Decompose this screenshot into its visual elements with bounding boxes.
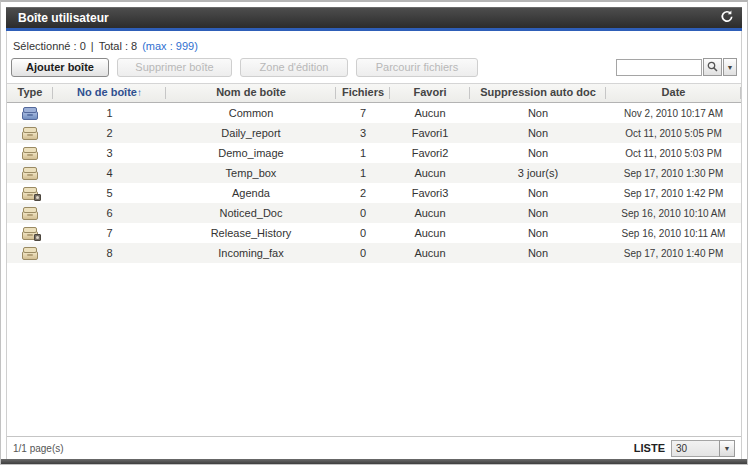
search-group: ▼	[616, 58, 737, 76]
box-icon	[22, 147, 39, 160]
table-row[interactable]: 7Release_History0AucunNonSep 16, 2010 10…	[7, 223, 741, 243]
window-bottom-edge	[1, 459, 747, 464]
toolbar: Ajouter boîte Supprimer boîte Zone d'édi…	[7, 57, 741, 83]
page-info: 1/1 page(s)	[13, 443, 64, 454]
auto-delete-cell: Non	[470, 247, 606, 259]
column-header-box-name[interactable]: Nom de boîte	[166, 84, 336, 102]
table-row[interactable]: 5Agenda2Favori3NonSep 17, 2010 1:42 PM	[7, 183, 741, 203]
refresh-button[interactable]	[719, 11, 734, 26]
table-row[interactable]: 4Temp_box1Aucun3 jour(s)Sep 17, 2010 1:3…	[7, 163, 741, 183]
page-title: Boîte utilisateur	[18, 11, 109, 25]
selected-count: Sélectionné : 0	[13, 40, 86, 52]
box-name-cell: Noticed_Doc	[166, 207, 336, 219]
selection-status: Sélectionné : 0 | Total : 8 (max : 999)	[7, 31, 741, 57]
box-icon	[22, 127, 39, 140]
title-bar: Boîte utilisateur	[6, 7, 742, 28]
box-type-cell	[7, 226, 53, 240]
box-name-cell: Common	[166, 107, 336, 119]
list-size-select[interactable]: 30 ▼	[671, 440, 735, 457]
column-header-type[interactable]: Type	[7, 84, 53, 102]
list-size-dropdown-button[interactable]: ▼	[719, 440, 735, 457]
search-options-button[interactable]: ▼	[723, 58, 737, 76]
date-cell: Sep 16, 2010 10:11 AM	[606, 228, 741, 239]
favorite-cell: Aucun	[390, 207, 470, 219]
box-name-cell: Agenda	[166, 187, 336, 199]
refresh-icon	[720, 10, 733, 26]
column-header-files[interactable]: Fichiers	[336, 84, 390, 102]
files-count-cell: 1	[336, 147, 390, 159]
date-cell: Sep 16, 2010 10:10 AM	[606, 208, 741, 219]
date-cell: Sep 17, 2010 1:42 PM	[606, 188, 741, 199]
locked-box-icon	[22, 227, 39, 240]
sort-asc-icon: ↑	[137, 87, 142, 98]
table-header: Type No de boîte↑ Nom de boîte Fichiers …	[7, 83, 741, 103]
max-count: (max : 999)	[142, 40, 198, 52]
column-header-box-number[interactable]: No de boîte↑	[53, 84, 166, 102]
favorite-cell: Aucun	[390, 167, 470, 179]
box-type-cell	[7, 186, 53, 200]
box-type-cell	[7, 106, 53, 120]
auto-delete-cell: Non	[470, 187, 606, 199]
delete-box-button[interactable]: Supprimer boîte	[117, 58, 232, 77]
content-area: Sélectionné : 0 | Total : 8 (max : 999) …	[6, 31, 742, 459]
auto-delete-cell: Non	[470, 107, 606, 119]
common-box-icon	[22, 107, 39, 120]
table-row[interactable]: 6Noticed_Doc0AucunNonSep 16, 2010 10:10 …	[7, 203, 741, 223]
date-cell: Oct 11, 2010 5:03 PM	[606, 148, 741, 159]
box-number-cell: 1	[53, 107, 166, 119]
list-size-label: LISTE	[634, 442, 665, 454]
box-icon	[22, 247, 39, 260]
table-row[interactable]: 3Demo_image1Favori2NonOct 11, 2010 5:03 …	[7, 143, 741, 163]
table-row[interactable]: 1Common7AucunNonNov 2, 2010 10:17 AM	[7, 103, 741, 123]
table-row[interactable]: 8Incoming_fax0AucunNonSep 17, 2010 1:40 …	[7, 243, 741, 263]
column-header-auto-delete[interactable]: Suppression auto doc	[470, 84, 606, 102]
chevron-down-icon: ▼	[724, 445, 731, 452]
favorite-cell: Favori3	[390, 187, 470, 199]
files-count-cell: 3	[336, 127, 390, 139]
box-type-cell	[7, 146, 53, 160]
edit-zone-button[interactable]: Zone d'édition	[240, 58, 348, 77]
favorite-cell: Favori2	[390, 147, 470, 159]
box-name-cell: Incoming_fax	[166, 247, 336, 259]
chevron-down-icon: ▼	[727, 64, 734, 71]
box-number-cell: 3	[53, 147, 166, 159]
date-cell: Nov 2, 2010 10:17 AM	[606, 108, 741, 119]
box-number-cell: 8	[53, 247, 166, 259]
browse-files-button[interactable]: Parcourir fichiers	[356, 58, 478, 77]
box-icon	[22, 167, 39, 180]
box-name-cell: Daily_report	[166, 127, 336, 139]
add-box-button[interactable]: Ajouter boîte	[11, 58, 109, 77]
total-count: Total : 8	[99, 40, 138, 52]
files-count-cell: 0	[336, 247, 390, 259]
empty-area	[7, 263, 741, 436]
search-input[interactable]	[616, 59, 702, 76]
auto-delete-cell: Non	[470, 207, 606, 219]
favorite-cell: Aucun	[390, 247, 470, 259]
box-type-cell	[7, 206, 53, 220]
files-count-cell: 7	[336, 107, 390, 119]
files-count-cell: 1	[336, 167, 390, 179]
files-count-cell: 0	[336, 207, 390, 219]
auto-delete-cell: Non	[470, 127, 606, 139]
date-cell: Sep 17, 2010 1:40 PM	[606, 248, 741, 259]
column-header-date[interactable]: Date	[606, 84, 741, 102]
files-count-cell: 2	[336, 187, 390, 199]
box-number-cell: 7	[53, 227, 166, 239]
user-box-window: Boîte utilisateur Sélectionné : 0 | Tota…	[0, 0, 748, 465]
pagination-bar: 1/1 page(s) LISTE 30 ▼	[7, 436, 741, 459]
list-size-value: 30	[671, 440, 719, 457]
auto-delete-cell: Non	[470, 147, 606, 159]
locked-box-icon	[22, 187, 39, 200]
box-type-cell	[7, 246, 53, 260]
table-row[interactable]: 2Daily_report3Favori1NonOct 11, 2010 5:0…	[7, 123, 741, 143]
favorite-cell: Favori1	[390, 127, 470, 139]
favorite-cell: Aucun	[390, 227, 470, 239]
box-type-cell	[7, 126, 53, 140]
search-button[interactable]	[703, 58, 722, 76]
auto-delete-cell: Non	[470, 227, 606, 239]
box-number-cell: 4	[53, 167, 166, 179]
files-count-cell: 0	[336, 227, 390, 239]
box-name-cell: Release_History	[166, 227, 336, 239]
column-header-favorite[interactable]: Favori	[390, 84, 470, 102]
box-number-cell: 6	[53, 207, 166, 219]
